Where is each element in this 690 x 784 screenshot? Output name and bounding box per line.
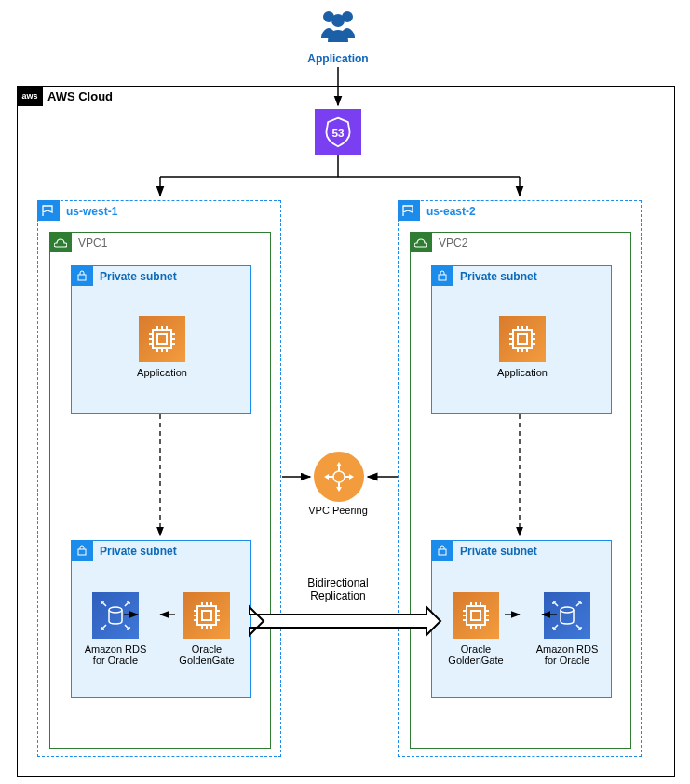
lock-icon bbox=[71, 540, 93, 561]
rds-label: Amazon RDSfor Oracle bbox=[530, 643, 604, 666]
svg-rect-51 bbox=[467, 606, 485, 625]
svg-rect-52 bbox=[471, 611, 480, 620]
region-us-east-2: us-east-2 VPC2 Private subnet Applicatio… bbox=[398, 200, 642, 757]
replication-label: BidirectionalReplication bbox=[301, 576, 375, 602]
region-badge-icon bbox=[37, 200, 60, 221]
aws-cloud-title: AWS Cloud bbox=[47, 89, 113, 103]
vpc1-subnet-app: Private subnet Application bbox=[71, 265, 251, 414]
vpc-peering-icon bbox=[314, 452, 364, 502]
aws-badge: aws bbox=[17, 86, 43, 106]
goldengate-label: OracleGoldenGate bbox=[439, 643, 513, 666]
region-left-title: us-west-1 bbox=[66, 205, 117, 218]
region-right-title: us-east-2 bbox=[426, 205, 476, 218]
route53-icon: 53 bbox=[315, 109, 361, 155]
svg-rect-21 bbox=[197, 606, 216, 625]
svg-point-2 bbox=[331, 14, 345, 27]
vpc-peering-label: VPC Peering bbox=[305, 505, 371, 516]
ec2-app-icon bbox=[499, 316, 546, 362]
svg-rect-22 bbox=[202, 611, 211, 620]
ec2-app-icon bbox=[139, 316, 185, 362]
svg-rect-35 bbox=[439, 275, 446, 280]
vpc2-title: VPC2 bbox=[439, 237, 467, 250]
subnet-title: Private subnet bbox=[460, 545, 537, 558]
vpc1-title: VPC1 bbox=[78, 237, 107, 250]
region-us-west-1: us-west-1 VPC1 Private subnet Applicatio… bbox=[37, 200, 281, 757]
vpc-badge-icon bbox=[49, 232, 72, 252]
goldengate-label: OracleGoldenGate bbox=[169, 643, 244, 666]
users-icon bbox=[315, 5, 361, 51]
lock-icon bbox=[431, 265, 453, 286]
app-label: Application bbox=[485, 367, 560, 378]
svg-point-65 bbox=[561, 607, 574, 613]
vpc1: VPC1 Private subnet Application Private … bbox=[49, 232, 271, 749]
svg-rect-5 bbox=[153, 330, 171, 348]
svg-point-20 bbox=[109, 607, 122, 613]
subnet-title: Private subnet bbox=[100, 545, 177, 558]
vpc2-subnet-db: Private subnet OracleGoldenGate Amazon R… bbox=[431, 540, 612, 698]
lock-icon bbox=[431, 540, 453, 561]
svg-rect-19 bbox=[78, 549, 86, 555]
svg-rect-50 bbox=[439, 549, 446, 555]
rds-icon bbox=[92, 592, 139, 639]
goldengate-icon bbox=[183, 592, 230, 639]
svg-text:53: 53 bbox=[331, 127, 345, 139]
rds-label: Amazon RDSfor Oracle bbox=[78, 643, 153, 666]
vpc2: VPC2 Private subnet Application Private … bbox=[410, 232, 631, 749]
svg-rect-37 bbox=[518, 334, 527, 344]
vpc2-subnet-app: Private subnet Application bbox=[431, 265, 612, 414]
vpc1-subnet-db: Private subnet Amazon RDSfor Oracle Orac… bbox=[71, 540, 251, 698]
application-top-label: Application bbox=[301, 52, 375, 65]
svg-rect-36 bbox=[513, 330, 532, 348]
app-label: Application bbox=[125, 367, 199, 378]
region-badge-icon bbox=[398, 200, 420, 221]
aws-architecture-diagram: Application aws AWS Cloud 53 us-west-1 V… bbox=[0, 0, 690, 784]
svg-rect-4 bbox=[78, 275, 86, 280]
vpc-badge-icon bbox=[410, 232, 432, 252]
goldengate-icon bbox=[453, 592, 499, 639]
subnet-title: Private subnet bbox=[460, 270, 537, 283]
svg-rect-6 bbox=[157, 334, 167, 344]
rds-icon bbox=[544, 592, 590, 639]
lock-icon bbox=[71, 265, 93, 286]
subnet-title: Private subnet bbox=[100, 270, 177, 283]
